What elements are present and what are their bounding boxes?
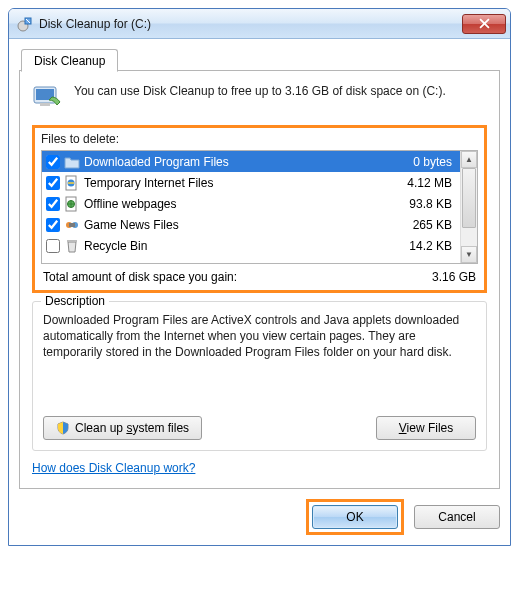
files-to-delete-label: Files to delete: bbox=[41, 132, 478, 146]
uac-shield-icon bbox=[56, 421, 70, 435]
scrollbar[interactable]: ▲ ▼ bbox=[460, 151, 477, 263]
row-size: 93.8 KB bbox=[386, 197, 456, 211]
row-checkbox[interactable] bbox=[46, 239, 60, 253]
disk-cleanup-icon bbox=[17, 16, 33, 32]
window-title: Disk Cleanup for (C:) bbox=[17, 16, 462, 32]
view-files-label: View Files bbox=[399, 421, 453, 435]
disk-cleanup-window: Disk Cleanup for (C:) Disk Cleanup You c… bbox=[8, 8, 511, 546]
recycle-bin-icon bbox=[64, 238, 80, 254]
close-button[interactable] bbox=[462, 14, 506, 34]
scroll-up-button[interactable]: ▲ bbox=[461, 151, 477, 168]
row-name: Temporary Internet Files bbox=[84, 176, 382, 190]
file-list-inner: Downloaded Program Files 0 bytes Tempora… bbox=[42, 151, 460, 263]
row-size: 265 KB bbox=[386, 218, 456, 232]
game-icon bbox=[64, 217, 80, 233]
scroll-track[interactable] bbox=[461, 168, 477, 246]
close-icon bbox=[479, 18, 490, 29]
total-label: Total amount of disk space you gain: bbox=[43, 270, 432, 284]
window-title-text: Disk Cleanup for (C:) bbox=[39, 17, 151, 31]
list-item[interactable]: Downloaded Program Files 0 bytes bbox=[42, 151, 460, 172]
svg-rect-11 bbox=[69, 223, 75, 227]
description-button-row: Clean up system files View Files bbox=[43, 416, 476, 440]
list-item[interactable]: Temporary Internet Files 4.12 MB bbox=[42, 172, 460, 193]
row-size: 4.12 MB bbox=[386, 176, 456, 190]
files-to-delete-section: Files to delete: Downloaded Program File… bbox=[32, 125, 487, 293]
ok-highlight: OK bbox=[306, 499, 404, 535]
intro-row: You can use Disk Cleanup to free up to 3… bbox=[32, 83, 487, 115]
scroll-down-button[interactable]: ▼ bbox=[461, 246, 477, 263]
total-value: 3.16 GB bbox=[432, 270, 476, 284]
client-area: Disk Cleanup You can use Disk Cleanup to… bbox=[9, 39, 510, 545]
cancel-button[interactable]: Cancel bbox=[414, 505, 500, 529]
list-item[interactable]: Recycle Bin 14.2 KB bbox=[42, 235, 460, 256]
list-item[interactable]: Offline webpages 93.8 KB bbox=[42, 193, 460, 214]
cleanup-system-files-label: Clean up system files bbox=[75, 421, 189, 435]
svg-rect-12 bbox=[67, 240, 77, 242]
dialog-footer: OK Cancel bbox=[19, 499, 500, 535]
row-name: Recycle Bin bbox=[84, 239, 382, 253]
row-checkbox[interactable] bbox=[46, 155, 60, 169]
view-files-button[interactable]: View Files bbox=[376, 416, 476, 440]
row-checkbox[interactable] bbox=[46, 176, 60, 190]
folder-download-icon bbox=[64, 154, 80, 170]
tab-body: You can use Disk Cleanup to free up to 3… bbox=[19, 71, 500, 489]
row-name: Game News Files bbox=[84, 218, 382, 232]
disk-cleanup-large-icon bbox=[32, 83, 64, 115]
tabstrip: Disk Cleanup bbox=[19, 47, 500, 71]
scroll-thumb[interactable] bbox=[462, 168, 476, 228]
row-size: 0 bytes bbox=[386, 155, 456, 169]
ie-file-icon bbox=[64, 175, 80, 191]
row-checkbox[interactable] bbox=[46, 218, 60, 232]
description-legend: Description bbox=[41, 294, 109, 308]
row-checkbox[interactable] bbox=[46, 197, 60, 211]
tab-disk-cleanup[interactable]: Disk Cleanup bbox=[21, 49, 118, 72]
list-item[interactable]: Game News Files 265 KB bbox=[42, 214, 460, 235]
ok-button[interactable]: OK bbox=[312, 505, 398, 529]
row-name: Offline webpages bbox=[84, 197, 382, 211]
help-link[interactable]: How does Disk Cleanup work? bbox=[32, 461, 195, 475]
row-name: Downloaded Program Files bbox=[84, 155, 382, 169]
file-list: Downloaded Program Files 0 bytes Tempora… bbox=[41, 150, 478, 264]
cleanup-system-files-button[interactable]: Clean up system files bbox=[43, 416, 202, 440]
titlebar: Disk Cleanup for (C:) bbox=[9, 9, 510, 39]
intro-text: You can use Disk Cleanup to free up to 3… bbox=[74, 83, 446, 99]
row-size: 14.2 KB bbox=[386, 239, 456, 253]
svg-rect-4 bbox=[40, 103, 50, 106]
description-text: Downloaded Program Files are ActiveX con… bbox=[43, 312, 476, 402]
description-group: Description Downloaded Program Files are… bbox=[32, 301, 487, 451]
total-row: Total amount of disk space you gain: 3.1… bbox=[41, 264, 478, 284]
globe-doc-icon bbox=[64, 196, 80, 212]
